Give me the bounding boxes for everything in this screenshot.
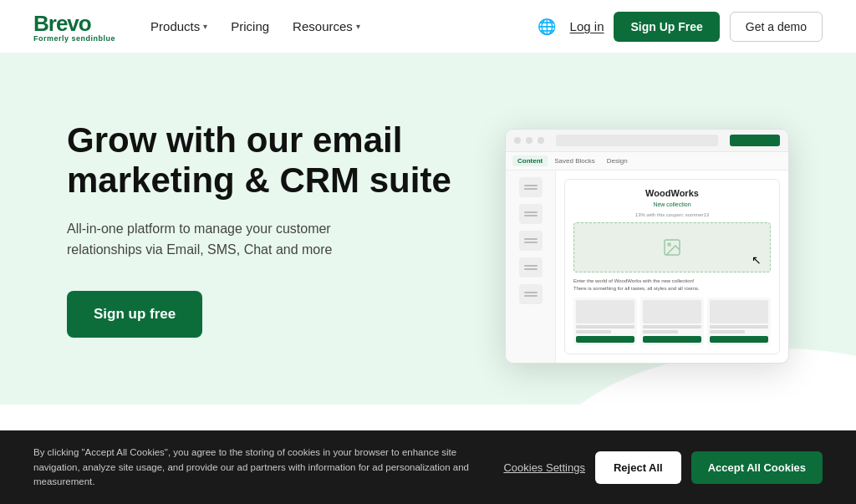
hero-cta-button[interactable]: Sign up free — [67, 291, 202, 338]
mock-tab-blocks[interactable]: Saved Blocks — [549, 155, 599, 166]
cookie-text: By clicking "Accept All Cookies", you ag… — [33, 445, 487, 489]
mock-tab-design[interactable]: Design — [602, 155, 633, 166]
hero-content: Grow with our email marketing & CRM suit… — [67, 120, 468, 388]
mock-top-bar — [506, 130, 788, 152]
mock-tab-row: Content Saved Blocks Design — [506, 152, 788, 171]
cookie-buttons: Cookies Settings Reject All Accept All C… — [503, 451, 823, 484]
mock-body: WoodWorks New collection 13% with this c… — [506, 171, 788, 363]
mock-sidebar-icon-3 — [519, 231, 543, 251]
cookie-banner: By clicking "Accept All Cookies", you ag… — [0, 430, 856, 504]
logo-sub: Formerly sendinblue — [33, 34, 115, 43]
mock-product-img-2 — [643, 300, 701, 323]
login-button[interactable]: Log in — [570, 19, 604, 33]
image-icon — [662, 237, 682, 257]
demo-button[interactable]: Get a demo — [730, 12, 823, 42]
hero-title: Grow with our email marketing & CRM suit… — [67, 120, 468, 201]
cookie-settings-button[interactable]: Cookies Settings — [503, 461, 585, 474]
reject-cookies-button[interactable]: Reject All — [595, 451, 681, 484]
mock-tab-content[interactable]: Content — [512, 155, 548, 166]
mock-editor-screenshot: Content Saved Blocks Design — [505, 129, 789, 364]
hero-section: Grow with our email marketing & CRM suit… — [0, 53, 856, 405]
logo-name: Brevo — [33, 11, 115, 37]
mock-email-content: WoodWorks New collection 13% with this c… — [556, 171, 788, 363]
mock-email-sub: New collection — [573, 201, 771, 207]
mock-product-3 — [707, 298, 771, 345]
chevron-down-icon: ▾ — [356, 22, 360, 31]
hero-illustration: Content Saved Blocks Design — [505, 129, 789, 364]
mock-email-preview: WoodWorks New collection 13% with this c… — [564, 179, 780, 354]
navbar-right: 🌐 Log in Sign Up Free Get a demo — [533, 12, 823, 42]
mock-product-price-3 — [710, 330, 745, 333]
mock-sidebar-icon-1 — [519, 177, 543, 197]
hero-subtitle: All-in-one platform to manage your custo… — [67, 218, 385, 261]
svg-point-1 — [668, 243, 670, 246]
mock-products-row — [573, 298, 771, 345]
language-selector[interactable]: 🌐 — [533, 13, 560, 40]
navbar: Brevo Formerly sendinblue Products ▾ Pri… — [0, 0, 856, 53]
mock-product-2 — [640, 298, 704, 345]
mock-dot-1 — [514, 137, 521, 144]
mock-product-price-1 — [576, 330, 611, 333]
mock-product-img-3 — [710, 300, 768, 323]
mock-product-label-1 — [576, 325, 634, 328]
mock-image-placeholder: ↖ — [573, 222, 771, 272]
mock-product-btn-2 — [643, 336, 701, 343]
mock-product-label-2 — [643, 325, 701, 328]
signup-button[interactable]: Sign Up Free — [614, 12, 719, 42]
mock-sidebar-icon-5 — [519, 284, 543, 304]
nav-resources[interactable]: Resources ▾ — [284, 14, 369, 38]
chevron-down-icon: ▾ — [203, 22, 207, 31]
nav-products[interactable]: Products ▾ — [142, 14, 216, 38]
mock-email-body-text: Enter the world of WoodWorks with the ne… — [573, 277, 771, 293]
mock-product-label-3 — [710, 325, 768, 328]
mock-email-title: WoodWorks — [573, 188, 771, 198]
mock-send-btn — [730, 135, 780, 146]
nav-links: Products ▾ Pricing Resources ▾ — [142, 14, 369, 38]
logo: Brevo Formerly sendinblue — [33, 11, 115, 43]
mock-sidebar-icon-2 — [519, 204, 543, 224]
mock-dot-2 — [526, 137, 532, 144]
mock-product-img-1 — [576, 300, 634, 323]
mock-product-1 — [573, 298, 637, 345]
accept-cookies-button[interactable]: Accept All Cookies — [691, 451, 823, 484]
mock-url-bar — [556, 135, 718, 146]
cursor-icon: ↖ — [752, 253, 762, 267]
nav-pricing[interactable]: Pricing — [222, 14, 278, 38]
navbar-left: Brevo Formerly sendinblue Products ▾ Pri… — [33, 11, 369, 43]
mock-sidebar-icon-4 — [519, 257, 543, 277]
mock-product-price-2 — [643, 330, 678, 333]
mock-sidebar — [506, 171, 556, 363]
mock-product-btn-3 — [710, 336, 768, 343]
mock-email-coupon: 13% with this coupon: summer13 — [573, 212, 771, 217]
mock-product-btn-1 — [576, 336, 634, 343]
mock-dot-3 — [538, 137, 544, 144]
